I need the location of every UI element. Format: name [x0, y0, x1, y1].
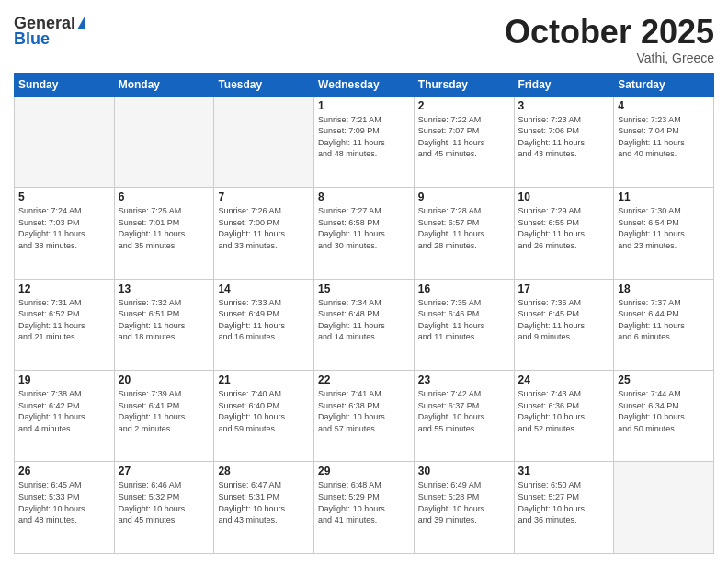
day-info: Sunrise: 6:48 AM Sunset: 5:29 PM Dayligh…: [318, 479, 410, 525]
day-number: 3: [518, 99, 610, 112]
day-info: Sunrise: 7:37 AM Sunset: 6:44 PM Dayligh…: [618, 297, 710, 343]
calendar-cell: 20Sunrise: 7:39 AM Sunset: 6:41 PM Dayli…: [114, 371, 214, 462]
calendar-cell: 18Sunrise: 7:37 AM Sunset: 6:44 PM Dayli…: [614, 279, 714, 370]
day-number: 18: [618, 282, 710, 295]
day-header-sunday: Sunday: [15, 73, 115, 96]
page: General Blue October 2025 Vathi, Greece …: [0, 0, 728, 563]
header: General Blue October 2025 Vathi, Greece: [14, 14, 714, 65]
day-info: Sunrise: 7:36 AM Sunset: 6:45 PM Dayligh…: [518, 297, 610, 343]
calendar-cell: 21Sunrise: 7:40 AM Sunset: 6:40 PM Dayli…: [214, 371, 314, 462]
calendar-cell: 5Sunrise: 7:24 AM Sunset: 7:03 PM Daylig…: [15, 188, 115, 279]
day-number: 10: [518, 190, 610, 203]
day-info: Sunrise: 7:30 AM Sunset: 6:54 PM Dayligh…: [618, 205, 710, 251]
day-header-wednesday: Wednesday: [314, 73, 415, 96]
calendar-cell: 11Sunrise: 7:30 AM Sunset: 6:54 PM Dayli…: [614, 188, 714, 279]
day-number: 24: [518, 373, 610, 386]
day-info: Sunrise: 6:47 AM Sunset: 5:31 PM Dayligh…: [218, 479, 310, 525]
day-info: Sunrise: 6:46 AM Sunset: 5:32 PM Dayligh…: [119, 479, 210, 525]
header-row: SundayMondayTuesdayWednesdayThursdayFrid…: [15, 73, 714, 96]
day-info: Sunrise: 7:33 AM Sunset: 6:49 PM Dayligh…: [218, 297, 310, 343]
day-number: 28: [218, 465, 310, 477]
calendar-cell: [214, 96, 314, 187]
day-number: 5: [18, 190, 110, 203]
calendar-cell: 29Sunrise: 6:48 AM Sunset: 5:29 PM Dayli…: [314, 462, 415, 554]
day-number: 31: [518, 465, 610, 477]
calendar-cell: 24Sunrise: 7:43 AM Sunset: 6:36 PM Dayli…: [514, 371, 614, 462]
day-number: 30: [418, 465, 510, 477]
logo-blue: Blue: [14, 29, 50, 49]
week-row-5: 26Sunrise: 6:45 AM Sunset: 5:33 PM Dayli…: [15, 462, 714, 554]
day-info: Sunrise: 7:27 AM Sunset: 6:58 PM Dayligh…: [318, 205, 410, 251]
day-info: Sunrise: 6:50 AM Sunset: 5:27 PM Dayligh…: [518, 479, 610, 525]
calendar-cell: 8Sunrise: 7:27 AM Sunset: 6:58 PM Daylig…: [314, 188, 415, 279]
calendar-cell: 28Sunrise: 6:47 AM Sunset: 5:31 PM Dayli…: [214, 462, 314, 554]
day-info: Sunrise: 7:39 AM Sunset: 6:41 PM Dayligh…: [119, 388, 210, 434]
day-info: Sunrise: 7:26 AM Sunset: 7:00 PM Dayligh…: [218, 205, 310, 251]
logo: General Blue: [14, 14, 85, 49]
calendar-cell: 15Sunrise: 7:34 AM Sunset: 6:48 PM Dayli…: [314, 279, 415, 370]
day-info: Sunrise: 7:29 AM Sunset: 6:55 PM Dayligh…: [518, 205, 610, 251]
week-row-3: 12Sunrise: 7:31 AM Sunset: 6:52 PM Dayli…: [15, 279, 714, 370]
day-number: 13: [119, 282, 210, 295]
day-info: Sunrise: 7:44 AM Sunset: 6:34 PM Dayligh…: [618, 388, 710, 434]
month-title: October 2025: [505, 14, 714, 51]
calendar-cell: 25Sunrise: 7:44 AM Sunset: 6:34 PM Dayli…: [614, 371, 714, 462]
day-number: 11: [618, 190, 710, 203]
calendar-cell: 27Sunrise: 6:46 AM Sunset: 5:32 PM Dayli…: [114, 462, 214, 554]
location: Vathi, Greece: [505, 51, 714, 65]
day-number: 23: [418, 373, 510, 386]
day-info: Sunrise: 7:40 AM Sunset: 6:40 PM Dayligh…: [218, 388, 310, 434]
calendar-cell: 12Sunrise: 7:31 AM Sunset: 6:52 PM Dayli…: [15, 279, 115, 370]
day-number: 8: [318, 190, 410, 203]
calendar-cell: 2Sunrise: 7:22 AM Sunset: 7:07 PM Daylig…: [414, 96, 514, 187]
calendar-cell: 6Sunrise: 7:25 AM Sunset: 7:01 PM Daylig…: [114, 188, 214, 279]
calendar-cell: 1Sunrise: 7:21 AM Sunset: 7:09 PM Daylig…: [314, 96, 415, 187]
calendar-cell: 3Sunrise: 7:23 AM Sunset: 7:06 PM Daylig…: [514, 96, 614, 187]
logo-icon: [77, 17, 85, 29]
day-info: Sunrise: 7:32 AM Sunset: 6:51 PM Dayligh…: [119, 297, 210, 343]
calendar-cell: 7Sunrise: 7:26 AM Sunset: 7:00 PM Daylig…: [214, 188, 314, 279]
day-header-saturday: Saturday: [614, 73, 714, 96]
day-header-thursday: Thursday: [414, 73, 514, 96]
day-number: 21: [218, 373, 310, 386]
day-number: 19: [18, 373, 110, 386]
day-number: 29: [318, 465, 410, 477]
calendar-cell: [15, 96, 115, 187]
calendar-cell: 10Sunrise: 7:29 AM Sunset: 6:55 PM Dayli…: [514, 188, 614, 279]
day-info: Sunrise: 7:38 AM Sunset: 6:42 PM Dayligh…: [18, 388, 110, 434]
day-header-tuesday: Tuesday: [214, 73, 314, 96]
day-number: 9: [418, 190, 510, 203]
day-info: Sunrise: 7:31 AM Sunset: 6:52 PM Dayligh…: [18, 297, 110, 343]
day-number: 4: [618, 99, 710, 112]
week-row-2: 5Sunrise: 7:24 AM Sunset: 7:03 PM Daylig…: [15, 188, 714, 279]
day-number: 22: [318, 373, 410, 386]
day-info: Sunrise: 7:42 AM Sunset: 6:37 PM Dayligh…: [418, 388, 510, 434]
calendar-cell: 16Sunrise: 7:35 AM Sunset: 6:46 PM Dayli…: [414, 279, 514, 370]
calendar-cell: 23Sunrise: 7:42 AM Sunset: 6:37 PM Dayli…: [414, 371, 514, 462]
day-info: Sunrise: 7:24 AM Sunset: 7:03 PM Dayligh…: [18, 205, 110, 251]
day-number: 12: [18, 282, 110, 295]
day-info: Sunrise: 7:43 AM Sunset: 6:36 PM Dayligh…: [518, 388, 610, 434]
day-number: 17: [518, 282, 610, 295]
calendar-cell: 14Sunrise: 7:33 AM Sunset: 6:49 PM Dayli…: [214, 279, 314, 370]
day-header-monday: Monday: [114, 73, 214, 96]
calendar-table: SundayMondayTuesdayWednesdayThursdayFrid…: [14, 73, 714, 554]
day-info: Sunrise: 7:23 AM Sunset: 7:04 PM Dayligh…: [618, 114, 710, 160]
calendar-cell: 26Sunrise: 6:45 AM Sunset: 5:33 PM Dayli…: [15, 462, 115, 554]
day-number: 15: [318, 282, 410, 295]
day-info: Sunrise: 7:21 AM Sunset: 7:09 PM Dayligh…: [318, 114, 410, 160]
day-info: Sunrise: 6:45 AM Sunset: 5:33 PM Dayligh…: [18, 479, 110, 525]
calendar-cell: 13Sunrise: 7:32 AM Sunset: 6:51 PM Dayli…: [114, 279, 214, 370]
calendar-cell: 22Sunrise: 7:41 AM Sunset: 6:38 PM Dayli…: [314, 371, 415, 462]
day-number: 1: [318, 99, 410, 112]
calendar-cell: 31Sunrise: 6:50 AM Sunset: 5:27 PM Dayli…: [514, 462, 614, 554]
calendar-cell: [114, 96, 214, 187]
day-header-friday: Friday: [514, 73, 614, 96]
week-row-1: 1Sunrise: 7:21 AM Sunset: 7:09 PM Daylig…: [15, 96, 714, 187]
calendar-cell: 17Sunrise: 7:36 AM Sunset: 6:45 PM Dayli…: [514, 279, 614, 370]
day-number: 25: [618, 373, 710, 386]
day-info: Sunrise: 7:34 AM Sunset: 6:48 PM Dayligh…: [318, 297, 410, 343]
calendar-cell: [614, 462, 714, 554]
day-info: Sunrise: 7:22 AM Sunset: 7:07 PM Dayligh…: [418, 114, 510, 160]
day-number: 16: [418, 282, 510, 295]
